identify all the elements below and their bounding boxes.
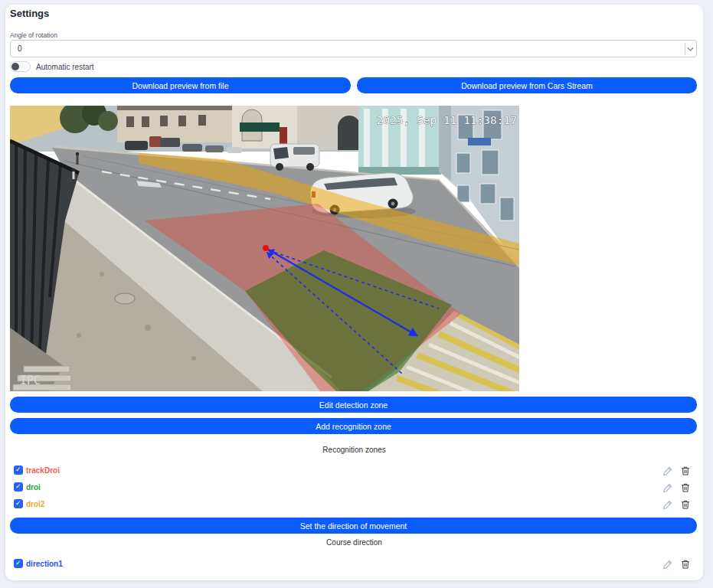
- settings-page: Settings Angle of rotation Automatic res…: [0, 0, 713, 588]
- direction-checkbox[interactable]: [14, 559, 23, 568]
- automatic-restart-toggle[interactable]: [10, 61, 31, 72]
- page-title: Settings: [10, 8, 49, 19]
- trash-icon[interactable]: [680, 465, 691, 477]
- zone-checkbox[interactable]: [14, 499, 23, 508]
- automatic-restart-label: Automatic restart: [36, 63, 94, 71]
- edit-pencil-icon[interactable]: [662, 482, 673, 494]
- camera-preview[interactable]: 2025, Sep 11 11:38:17 IPC: [10, 106, 519, 391]
- edit-detection-zone-button[interactable]: Edit detection zone: [10, 397, 697, 413]
- add-recognition-zone-button[interactable]: Add recognition zone: [10, 418, 697, 434]
- edit-pencil-icon[interactable]: [662, 465, 673, 477]
- toggle-knob: [11, 63, 19, 70]
- camera-watermark: IPC: [20, 374, 41, 387]
- chevron-down-icon[interactable]: [687, 47, 694, 52]
- zone-checkbox[interactable]: [14, 482, 23, 492]
- trash-icon[interactable]: [680, 558, 691, 570]
- angle-of-rotation-combobox[interactable]: [10, 40, 697, 57]
- manhole: [115, 293, 135, 304]
- van: [270, 144, 319, 171]
- download-preview-stream-button[interactable]: Download preview from Cars Stream: [357, 77, 697, 93]
- settings-card: Settings Angle of rotation Automatic res…: [5, 5, 703, 580]
- direction-name: direction1: [26, 560, 63, 568]
- combo-divider: [685, 44, 685, 54]
- angle-of-rotation-input[interactable]: [11, 41, 696, 57]
- zone-row-trackdroi: trackDroi: [5, 464, 703, 479]
- edit-pencil-icon[interactable]: [662, 498, 673, 511]
- direction-row-direction1: direction1: [5, 557, 703, 573]
- zone-name: trackDroi: [26, 466, 60, 475]
- edit-pencil-icon[interactable]: [662, 558, 673, 570]
- camera-timestamp: 2025, Sep 11 11:38:17: [377, 114, 517, 126]
- set-direction-button[interactable]: Set the direction of movement: [10, 518, 697, 534]
- trash-icon[interactable]: [680, 498, 691, 511]
- direction-start-point[interactable]: [263, 245, 269, 251]
- zone-name: droi: [26, 483, 41, 492]
- course-direction-heading: Course direction: [5, 538, 703, 547]
- zone-checkbox[interactable]: [14, 466, 23, 475]
- zone-row-droi2: droi2: [5, 498, 703, 513]
- download-preview-file-button[interactable]: Download preview from file: [10, 77, 351, 93]
- recognition-zones-heading: Recognition zones: [5, 446, 703, 454]
- angle-of-rotation-label: Angle of rotation: [10, 31, 57, 39]
- zone-name: droi2: [26, 500, 44, 508]
- zone-row-droi: droi: [5, 481, 703, 496]
- trash-icon[interactable]: [680, 482, 691, 494]
